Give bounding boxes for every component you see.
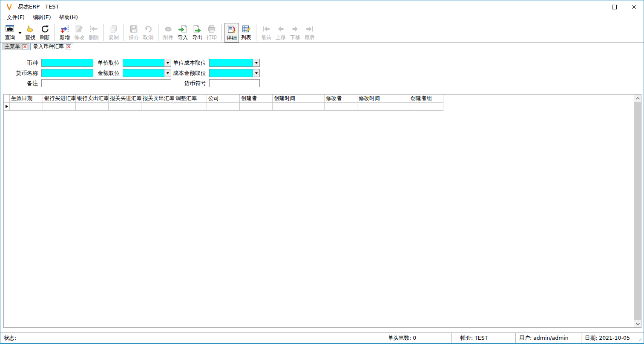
- toolbar-button-label: 最后: [305, 34, 315, 41]
- field-label-currency-name: 货币名称: [4, 69, 38, 77]
- vertical-scrollbar[interactable]: [634, 95, 641, 327]
- toolbar-button-find[interactable]: 查找: [23, 23, 37, 43]
- column-header[interactable]: 报关卖出汇率: [141, 95, 174, 103]
- resize-grip[interactable]: [638, 336, 643, 342]
- toolbar-button-first: 最前: [259, 23, 273, 43]
- edit-icon: [75, 24, 84, 34]
- dropdown-button[interactable]: [253, 59, 259, 66]
- toolbar-button-print: 打印: [204, 23, 219, 43]
- field-label-currency-symbol: 货币符号: [164, 80, 206, 87]
- delete-icon: [89, 24, 98, 34]
- tab-currency-rate-entry[interactable]: 录入币种汇率: [30, 43, 73, 50]
- toolbar: 查询 查找 刷新: [0, 22, 644, 43]
- tab-close-button[interactable]: [22, 44, 27, 49]
- column-header[interactable]: 公司: [207, 95, 240, 103]
- dropdown-button[interactable]: [253, 69, 259, 77]
- maximize-button[interactable]: [604, 0, 624, 13]
- menu-edit[interactable]: 编辑(E): [29, 13, 55, 22]
- column-header[interactable]: 银行卖出汇率: [76, 95, 109, 103]
- toolbar-button-detail[interactable]: 详细: [224, 23, 239, 43]
- toolbar-button-list[interactable]: 列表: [239, 23, 253, 43]
- column-header[interactable]: 创建时间: [273, 95, 325, 103]
- hand-pointer-icon: [26, 24, 35, 34]
- status-panel-account: 帐套: TEST: [452, 333, 516, 343]
- row-selector-cell[interactable]: [4, 103, 10, 111]
- toolbar-button-label: 刷新: [40, 34, 50, 41]
- tab-close-button[interactable]: [66, 44, 71, 49]
- close-icon: [632, 5, 636, 9]
- status-panel-records: 单头笔数: 0: [369, 333, 452, 343]
- toolbar-button-label: 上移: [276, 34, 286, 41]
- column-header[interactable]: 创建者: [240, 95, 273, 103]
- status-panel-date: 日期: 2021-10-05: [581, 333, 644, 343]
- toolbar-button-label: 导出: [192, 34, 202, 41]
- window-title: 易杰ERP - TEST: [18, 3, 59, 11]
- query-dropdown-button[interactable]: [17, 23, 23, 43]
- cost-amount-decimals-select[interactable]: [209, 69, 260, 77]
- print-icon: [207, 24, 216, 34]
- save-icon: [129, 24, 138, 34]
- column-header[interactable]: 修改者: [325, 95, 357, 103]
- table-cell: [273, 103, 325, 111]
- menu-help[interactable]: 帮助(H): [55, 13, 82, 22]
- toolbar-button-label: 最前: [261, 34, 271, 41]
- unit-cost-decimals-select[interactable]: [209, 59, 260, 67]
- chevron-down-icon: [18, 32, 22, 34]
- table-cell: [409, 103, 443, 111]
- column-header[interactable]: 创建者组: [409, 95, 443, 103]
- toolbar-button-refresh[interactable]: 刷新: [37, 23, 52, 43]
- column-header[interactable]: 生效日期: [10, 95, 43, 103]
- app-window: 易杰ERP - TEST 文件(F) 编辑(E) 帮助(H): [0, 0, 644, 344]
- toolbar-button-label: 下移: [290, 34, 300, 41]
- tab-label: 主菜单: [5, 43, 20, 50]
- toolbar-button-move-down: 下移: [288, 23, 302, 43]
- window-controls: [585, 0, 644, 13]
- toolbar-button-label: 新增: [60, 34, 70, 41]
- add-record-icon: [60, 24, 69, 34]
- toolbar-button-query[interactable]: 查询: [3, 23, 17, 43]
- scroll-up-button[interactable]: [634, 95, 641, 102]
- close-button[interactable]: [624, 0, 644, 13]
- toolbar-button-export[interactable]: 导出: [190, 23, 204, 43]
- grid-area: 生效日期 银行买进汇率 银行卖出汇率 报关买进汇率 报关卖出汇率 调整汇率 公司…: [4, 95, 634, 327]
- undo-icon: [144, 24, 153, 34]
- toolbar-button-import[interactable]: 导入: [175, 23, 190, 43]
- chevron-down-icon: [636, 323, 640, 325]
- minimize-button[interactable]: [585, 0, 604, 13]
- table-cell: [325, 103, 357, 111]
- move-first-icon: [262, 24, 271, 34]
- column-header[interactable]: 报关买进汇率: [109, 95, 141, 103]
- dropdown-arrow-icon: [255, 72, 258, 74]
- dropdown-arrow-icon: [255, 62, 258, 64]
- toolbar-separator: [55, 24, 55, 41]
- toolbar-separator: [256, 24, 256, 41]
- binoculars-icon: [5, 24, 14, 34]
- toolbar-button-delete: 删除: [86, 23, 101, 43]
- field-label-cost-amount-decimals: 成本金额取位: [164, 69, 206, 77]
- column-header[interactable]: 银行买进汇率: [43, 95, 76, 103]
- toolbar-separator: [158, 24, 158, 41]
- toolbar-button-new[interactable]: 新增: [58, 23, 72, 43]
- scroll-down-button[interactable]: [634, 320, 641, 327]
- move-down-icon: [290, 24, 300, 34]
- close-icon: [67, 45, 70, 48]
- field-label-remarks: 备注: [4, 80, 38, 87]
- column-header[interactable]: 调整汇率: [174, 95, 207, 103]
- column-header[interactable]: 修改时间: [357, 95, 409, 103]
- minimize-icon: [592, 5, 597, 9]
- scrollbar-thumb[interactable]: [634, 102, 641, 320]
- copy-icon: [109, 24, 118, 34]
- table-cell: [43, 103, 76, 111]
- field-label-currency: 币种: [4, 59, 38, 67]
- toolbar-button-label: 修改: [74, 34, 84, 41]
- tab-main-menu[interactable]: 主菜单: [2, 43, 29, 50]
- menu-file[interactable]: 文件(F): [3, 13, 29, 22]
- toolbar-button-label: 查找: [25, 34, 35, 41]
- content-area: 币种 单价取位 单位成本取位 货币名称 金额取位 成本金额取位 备注 货币符号: [0, 51, 644, 333]
- title-bar: 易杰ERP - TEST: [0, 0, 644, 13]
- tab-bar: 主菜单 录入币种汇率: [0, 43, 644, 51]
- currency-symbol-input[interactable]: [209, 79, 260, 87]
- list-view-icon: [242, 24, 251, 34]
- table-row[interactable]: [4, 103, 634, 111]
- remarks-input[interactable]: [41, 79, 171, 87]
